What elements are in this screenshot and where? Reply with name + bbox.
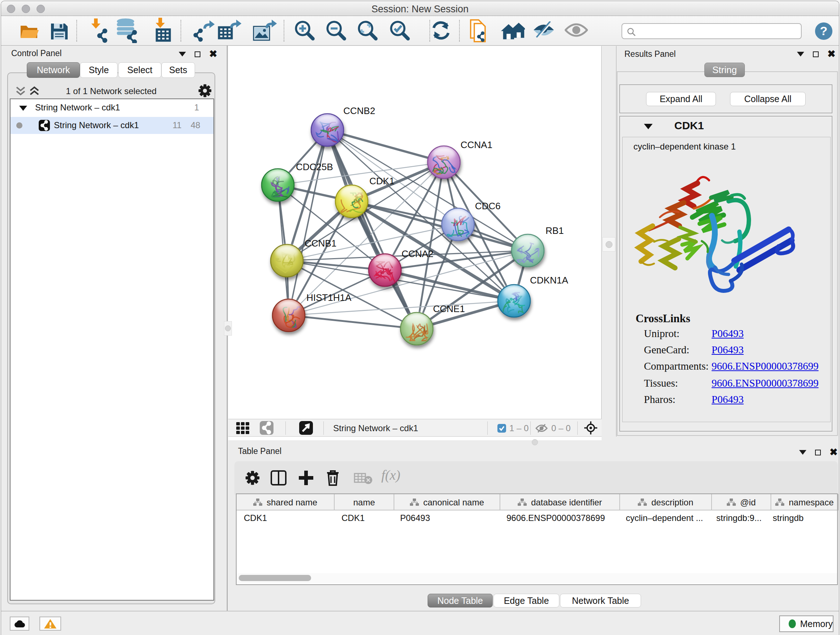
svg-text:CDKN1A: CDKN1A — [530, 275, 568, 286]
svg-text:CCNA2: CCNA2 — [401, 249, 433, 259]
svg-text:CCNE1: CCNE1 — [433, 303, 465, 314]
svg-text:CCNB1: CCNB1 — [305, 238, 336, 249]
svg-text:CDK1: CDK1 — [369, 176, 394, 187]
svg-text:CCNA1: CCNA1 — [461, 139, 493, 150]
svg-text:CDC25B: CDC25B — [296, 162, 333, 172]
svg-text:CDC6: CDC6 — [475, 201, 501, 211]
svg-text:HIST1H1A: HIST1H1A — [306, 292, 352, 303]
svg-text:RB1: RB1 — [546, 225, 564, 236]
svg-text:CCNB2: CCNB2 — [343, 105, 375, 116]
